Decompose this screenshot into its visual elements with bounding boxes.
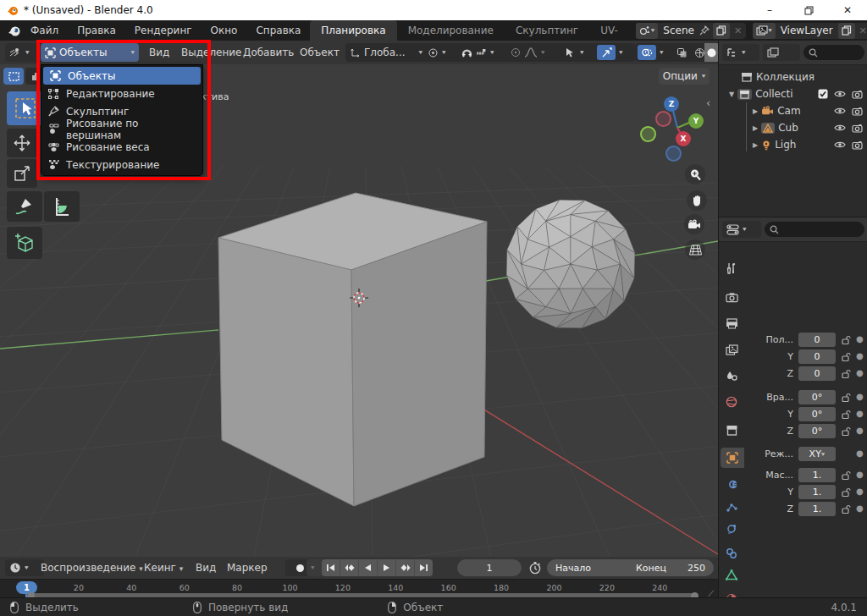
viewlayer-name[interactable]: ViewLayer <box>776 25 838 36</box>
transform-value-field[interactable]: 1. <box>798 485 836 499</box>
viewlayer-selector[interactable]: ▾ ViewLayer ✕ <box>753 23 867 39</box>
transform-value-field[interactable]: 0 <box>798 349 836 364</box>
tool-annotate[interactable] <box>7 191 42 222</box>
tab-constraints[interactable] <box>721 543 743 564</box>
play-button[interactable] <box>378 559 396 576</box>
transform-value-field[interactable]: 0° <box>798 390 836 404</box>
sidebar-collapse-arrow[interactable]: ‹ <box>706 96 710 109</box>
viewport-menu-select[interactable]: Выделение <box>181 41 241 64</box>
expand-arrow-icon[interactable]: ▶ <box>753 124 758 132</box>
play-reverse-button[interactable] <box>359 559 378 576</box>
workspace-tab-layout[interactable]: Планировка <box>310 20 396 41</box>
scene-selector[interactable]: ▾ Scene ✕ <box>636 23 746 39</box>
scene-name[interactable]: Scene <box>658 25 699 36</box>
tab-tool[interactable] <box>721 258 743 278</box>
perspective-toggle-button[interactable] <box>685 239 705 260</box>
properties-editor-type-button[interactable]: ▾ <box>722 221 761 238</box>
lock-icon[interactable] <box>841 369 851 379</box>
timeline-editor-type-button[interactable]: ▾ <box>5 559 44 576</box>
lock-icon[interactable] <box>841 426 851 437</box>
transform-value-field[interactable]: 1. <box>798 468 836 482</box>
disable-render-camera-icon[interactable] <box>852 124 863 133</box>
animate-dot-icon[interactable]: ● <box>856 392 864 401</box>
lock-icon[interactable] <box>841 487 851 498</box>
menu-file[interactable]: Файл <box>21 20 68 41</box>
outliner-search-input[interactable] <box>803 45 864 60</box>
timeline-menu-playback[interactable]: Воспроизведение ▾ <box>41 556 143 580</box>
use-preview-range-icon[interactable] <box>528 561 542 575</box>
animate-dot-icon[interactable]: ● <box>856 426 864 435</box>
outliner-row-light[interactable]: ▶ Ligh <box>719 136 867 153</box>
expand-arrow-icon[interactable]: ▶ <box>753 107 758 115</box>
lock-icon[interactable] <box>841 352 851 362</box>
lock-icon[interactable] <box>841 393 851 403</box>
timeline-menu-marker[interactable]: Маркер <box>227 556 268 580</box>
hide-eye-icon[interactable] <box>834 124 846 132</box>
mode-item-object[interactable]: Объекты <box>43 67 201 85</box>
tab-output[interactable] <box>721 313 743 333</box>
new-viewlayer-icon[interactable] <box>838 23 855 39</box>
outliner-display-mode-button[interactable] <box>763 44 800 61</box>
animate-dot-icon[interactable]: ● <box>856 334 864 344</box>
hide-eye-icon[interactable] <box>834 107 846 115</box>
outliner-row-cube[interactable]: ▶ Cub <box>719 119 867 136</box>
nav-axis-x[interactable]: X <box>676 131 691 146</box>
expand-arrow-icon[interactable]: ▶ <box>753 141 758 149</box>
select-mode-set-button[interactable] <box>3 68 24 85</box>
viewport-menu-add[interactable]: Добавить <box>243 41 294 64</box>
blender-menu-icon[interactable] <box>8 24 21 37</box>
menu-window[interactable]: Окно <box>202 20 247 41</box>
lock-icon[interactable] <box>841 504 851 514</box>
lock-icon[interactable] <box>841 410 851 420</box>
tool-measure[interactable] <box>44 191 80 222</box>
close-button[interactable]: ✕ <box>828 0 867 20</box>
snap-controls[interactable]: ▾ <box>457 43 510 62</box>
new-scene-icon[interactable] <box>713 23 730 39</box>
animate-dot-icon[interactable]: ● <box>856 409 864 418</box>
zoom-button[interactable] <box>685 164 705 184</box>
transform-value-field[interactable]: 0 <box>798 333 836 347</box>
transform-value-field[interactable]: 0 <box>798 366 836 381</box>
mode-item-vertex-paint[interactable]: Рисование по вершинам <box>41 120 202 138</box>
hide-eye-icon[interactable] <box>834 90 846 98</box>
hide-eye-icon[interactable] <box>834 140 846 149</box>
animate-dot-icon[interactable]: ● <box>856 368 864 377</box>
tab-physics[interactable] <box>721 519 743 539</box>
nav-axis-minus-z[interactable] <box>665 146 682 162</box>
nav-axis-minus-x[interactable] <box>655 111 671 127</box>
mode-item-edit[interactable]: Редактирование <box>41 85 202 102</box>
proportional-editing-controls[interactable]: ▾ <box>506 43 562 62</box>
properties-search-input[interactable] <box>765 222 864 237</box>
transform-value-field[interactable]: 1. <box>798 502 836 516</box>
viewport-menu-view[interactable]: Вид <box>149 41 169 64</box>
timeline-menu-view[interactable]: Вид <box>196 556 216 580</box>
next-keyframe-button[interactable] <box>396 559 415 576</box>
disable-render-camera-icon[interactable] <box>852 140 863 150</box>
jump-to-end-button[interactable] <box>415 559 433 576</box>
workspace-tab-sculpting[interactable]: Скульптинг <box>505 20 589 41</box>
options-button[interactable]: Опции▾ <box>659 68 710 85</box>
menu-render[interactable]: Рендеринг <box>125 20 202 41</box>
jump-to-start-button[interactable] <box>322 559 340 576</box>
gizmos-toggle[interactable]: ▾ <box>594 43 635 62</box>
current-frame-field[interactable]: 1 <box>457 559 522 576</box>
workspace-tab-uv[interactable]: UV- <box>589 20 629 41</box>
disable-render-camera-icon[interactable] <box>852 107 863 116</box>
animate-dot-icon[interactable]: ● <box>856 487 864 496</box>
tool-move[interactable] <box>7 129 37 157</box>
mode-dropdown-button[interactable]: Объекты ▾ <box>41 43 139 62</box>
lock-icon[interactable] <box>841 335 851 345</box>
nav-axis-y[interactable]: Y <box>688 113 704 129</box>
frame-end-field[interactable]: Конец250 <box>627 559 714 576</box>
timeline-menu-keying[interactable]: Кеинг ▾ <box>144 556 183 580</box>
playhead[interactable]: 1 <box>16 581 37 594</box>
collection-checkbox[interactable] <box>818 89 828 99</box>
editor-type-button[interactable]: ▾ <box>5 43 44 62</box>
scene-icon[interactable]: ▾ <box>636 23 659 39</box>
camera-view-button[interactable] <box>684 214 704 234</box>
maximize-button[interactable] <box>789 0 828 20</box>
overlays-toggle[interactable]: ▾ <box>635 43 676 62</box>
transform-value-field[interactable]: 0° <box>798 424 836 438</box>
minimize-button[interactable]: – <box>750 0 789 20</box>
pivot-point-dropdown[interactable]: ▾ <box>423 43 461 62</box>
